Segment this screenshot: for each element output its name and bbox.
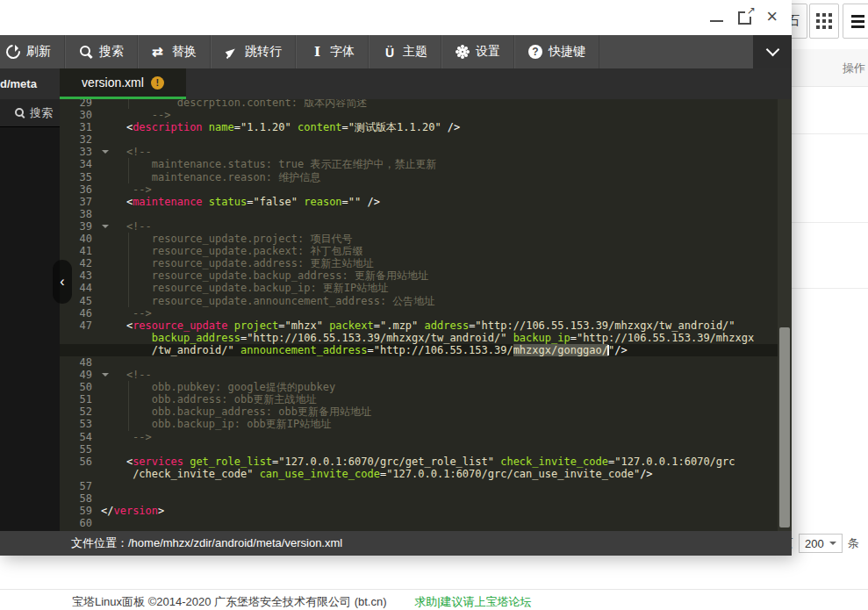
chevron-down-icon	[829, 542, 836, 549]
toolbar-button-refresh[interactable]: 刷新	[0, 35, 65, 68]
line-number: 37	[60, 196, 99, 208]
toolbar-button-label: 设置	[476, 44, 500, 60]
search-icon	[14, 107, 25, 118]
sidebar-search[interactable]: 搜索	[0, 99, 60, 127]
toolbar-button-settings[interactable]: 设置	[441, 35, 514, 68]
line-number: 52	[60, 405, 99, 418]
code-text	[99, 492, 101, 505]
page-size-suffix: 条	[848, 535, 859, 551]
code-text	[99, 517, 101, 529]
line-number: 51	[60, 393, 99, 405]
code-text: -->	[99, 109, 170, 121]
line-number: 40	[60, 233, 99, 245]
toolbar-button-font[interactable]: 字体	[296, 35, 369, 68]
toolbar-button-goto[interactable]: 跳转行	[211, 35, 296, 68]
scrollbar-thumb[interactable]	[779, 327, 790, 527]
code-text: <maintenance status="false" reason="" />	[99, 196, 380, 208]
maximize-icon[interactable]	[738, 11, 751, 25]
line-number: 58	[60, 492, 99, 505]
toolbar-button-search[interactable]: 搜索	[65, 35, 138, 68]
code-text: obb.backup_ip: obb更新IP站地址	[99, 418, 331, 430]
code-text: </version>	[99, 505, 164, 517]
code-text: <!--	[99, 369, 152, 381]
code-text	[99, 480, 101, 492]
sidebar-collapse-handle[interactable]	[53, 260, 72, 304]
code-row: 29 descrption.content: 版本内容简述	[60, 99, 792, 109]
toolbar-button-replace[interactable]: 替换	[138, 35, 211, 68]
code-row: 37 <maintenance status="false" reason=""…	[60, 196, 792, 208]
code-row: 58	[60, 492, 792, 505]
goto-icon	[225, 45, 239, 59]
code-text: <resource_update project="mhzx" packext=…	[99, 319, 735, 332]
tab-label: version.xml	[82, 75, 144, 90]
line-number: 32	[60, 133, 99, 146]
code-text: resource_update.announcement_address: 公告…	[99, 295, 434, 307]
line-number: 34	[60, 158, 99, 170]
editor-statusbar: 文件位置：/home/mhzx/zdir/android/meta/versio…	[0, 531, 792, 556]
code-row: 44 resource_update.backup_ip: 更新IP站地址	[60, 282, 792, 294]
code-text: -->	[99, 183, 152, 196]
line-number: 39	[60, 220, 99, 233]
code-row: 59</version>	[60, 505, 792, 517]
toolbar-collapse-button[interactable]	[753, 35, 792, 68]
copyright-text: 宝塔Linux面板 ©2014-2020 广东堡塔安全技术有限公司 (bt.cn…	[72, 595, 387, 608]
code-row: 53 obb.backup_ip: obb更新IP站地址	[60, 418, 792, 430]
code-text	[99, 443, 101, 456]
page-size-select[interactable]: 200	[799, 534, 843, 553]
toolbar-button-label: 字体	[330, 44, 355, 60]
editor-toolbar-buttons: 刷新搜索替换跳转行字体主题设置快捷键	[0, 35, 599, 68]
file-tree-sidebar: 搜索	[0, 99, 60, 531]
page-footer: 宝塔Linux面板 ©2014-2020 广东堡塔安全技术有限公司 (bt.cn…	[72, 594, 532, 610]
code-row: 35 maintenance.reason: 维护信息	[60, 171, 792, 183]
code-row: 43 resource_update.backup_address: 更新备用站…	[60, 269, 792, 282]
footer-divider	[0, 589, 868, 590]
code-text: <description name="1.1.20" content="测试版本…	[99, 121, 460, 133]
line-number: 47	[60, 319, 99, 332]
line-number: 38	[60, 208, 99, 220]
code-text: resource_update.address: 更新主站地址	[99, 257, 373, 269]
minimize-icon[interactable]	[710, 11, 723, 22]
code-text: obb.address: obb更新主战地址	[99, 393, 316, 405]
line-number: 55	[60, 443, 99, 456]
list-view-button[interactable]	[843, 4, 868, 39]
close-icon[interactable]	[766, 9, 778, 25]
table-row-divider	[792, 288, 868, 289]
code-row: 32	[60, 133, 792, 146]
line-number: 36	[60, 183, 99, 196]
code-editor[interactable]: 29 descrption.content: 版本内容简述30 -->31 <d…	[60, 99, 792, 531]
code-text: backup_address="http://106.55.153.39/mhz…	[99, 332, 754, 344]
code-row: 30 -->	[60, 109, 792, 121]
line-number	[60, 332, 99, 344]
ops-column-header: 操作	[843, 61, 865, 76]
screen: 石 操作 每页 200 条 宝塔Linux面板 ©2014-2020 广东堡塔安…	[0, 0, 868, 610]
grid-view-button[interactable]	[809, 4, 839, 39]
window-controls	[710, 8, 778, 25]
table-row-divider	[792, 222, 868, 223]
line-number: 48	[60, 356, 99, 369]
code-text	[99, 356, 101, 369]
code-text: /check_invite_code" can_use_invite_code=…	[99, 468, 653, 480]
font-icon	[310, 45, 324, 59]
theme-icon	[383, 45, 397, 59]
forum-help-link[interactable]: 求助|建议请上宝塔论坛	[414, 595, 531, 608]
grid-view-icon	[822, 19, 826, 23]
code-row: 48	[60, 356, 792, 369]
code-text: resource_update.project: 项目代号	[99, 233, 352, 245]
line-number: 31	[60, 121, 99, 133]
toolbar-button-theme[interactable]: 主题	[369, 35, 441, 68]
table-row-divider	[792, 133, 868, 134]
line-number: 57	[60, 480, 99, 492]
code-row: 36 -->	[60, 183, 792, 196]
unsaved-warning-icon	[151, 76, 164, 90]
code-text	[99, 208, 101, 220]
code-row: 57	[60, 480, 792, 492]
settings-icon	[456, 45, 470, 59]
code-text: /tw_android/" announcement_address="http…	[99, 344, 628, 356]
code-text: resource_update.packext: 补丁包后缀	[99, 245, 362, 257]
code-text: resource_update.backup_ip: 更新IP站地址	[99, 282, 388, 294]
toolbar-button-help[interactable]: 快捷键	[514, 35, 599, 68]
line-number: 60	[60, 517, 99, 529]
tab-version-xml[interactable]: version.xml	[60, 68, 186, 99]
code-text	[99, 133, 101, 146]
line-number: 46	[60, 307, 99, 319]
